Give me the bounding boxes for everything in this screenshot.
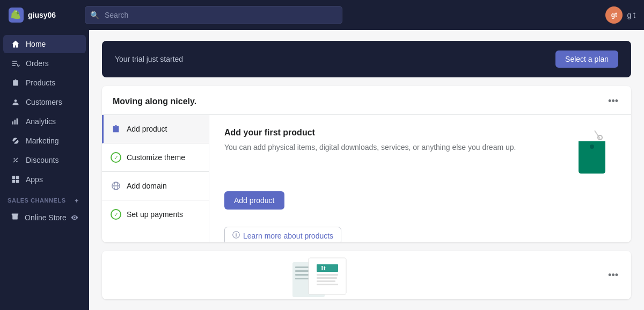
svg-rect-4: [12, 121, 13, 125]
brand[interactable]: giusy06: [9, 8, 78, 23]
svg-rect-30: [317, 274, 338, 276]
step-payments[interactable]: ✓ Set up payments: [102, 200, 209, 228]
marketing-icon: [11, 136, 20, 146]
add-domain-icon: [111, 181, 121, 191]
svg-rect-6: [17, 118, 18, 124]
product-illustration: [573, 128, 616, 176]
sidebar-item-analytics[interactable]: Analytics: [3, 112, 86, 131]
discounts-icon: [11, 155, 20, 165]
svg-rect-0: [12, 61, 18, 62]
svg-rect-32: [317, 280, 335, 282]
docs-illustration: It: [290, 257, 354, 297]
trial-text: Your trial just started: [115, 55, 183, 63]
card-body: Add product ✓ Customize theme Add domain: [102, 114, 631, 242]
topbar-username: g t: [627, 11, 635, 19]
check-icon-2: ✓: [111, 209, 121, 220]
step-add-domain[interactable]: Add domain: [102, 172, 209, 200]
svg-rect-11: [12, 180, 16, 183]
step-customize-theme[interactable]: ✓ Customize theme: [102, 143, 209, 172]
tag-svg: [573, 128, 616, 176]
sidebar-item-online-store[interactable]: Online Store: [3, 208, 86, 227]
detail-title: Add your first product: [224, 128, 573, 138]
svg-text:It: It: [321, 264, 326, 272]
detail-top-row: Add your first product You can add physi…: [224, 128, 616, 176]
search-input[interactable]: [85, 6, 342, 24]
svg-rect-10: [16, 176, 19, 179]
sidebar-item-marketing[interactable]: Marketing: [3, 132, 86, 150]
sidebar-item-apps[interactable]: Apps: [3, 170, 86, 189]
sidebar-item-home[interactable]: Home: [3, 35, 86, 53]
info-icon: [232, 231, 240, 240]
search-icon: 🔍: [90, 11, 99, 19]
home-icon: [11, 39, 20, 49]
steps-list: Add product ✓ Customize theme Add domain: [102, 115, 209, 242]
brand-name: giusy06: [28, 11, 56, 19]
orders-icon: [11, 59, 20, 68]
second-card-illustration: It: [290, 257, 354, 299]
add-product-cta-button[interactable]: Add product: [224, 191, 284, 210]
eye-icon[interactable]: [71, 214, 78, 221]
add-product-icon: [111, 124, 121, 134]
online-store-left: Online Store: [11, 212, 67, 222]
svg-point-7: [13, 158, 14, 159]
svg-point-17: [598, 135, 602, 140]
sidebar-item-customers[interactable]: Customers: [3, 93, 86, 111]
customize-theme-icon: ✓: [111, 152, 121, 163]
online-store-icon: [11, 212, 19, 222]
svg-rect-5: [14, 120, 16, 125]
second-card: ••• It: [102, 251, 631, 299]
step-add-product[interactable]: Add product: [102, 115, 209, 143]
svg-rect-2: [12, 65, 16, 66]
svg-rect-27: [309, 258, 346, 294]
second-card-more-button[interactable]: •••: [606, 269, 620, 282]
card-title: Moving along nicely.: [113, 97, 196, 106]
add-channel-button[interactable]: ＋: [72, 196, 82, 205]
layout: Home Orders Products Customers Analytics: [0, 30, 644, 310]
svg-point-8: [16, 161, 17, 162]
detail-content: Add your first product You can add physi…: [224, 128, 573, 153]
sidebar-item-products[interactable]: Products: [3, 74, 86, 92]
search-bar[interactable]: 🔍: [85, 6, 342, 24]
svg-rect-9: [12, 176, 16, 179]
svg-line-16: [595, 131, 600, 139]
svg-rect-31: [317, 277, 337, 279]
avatar[interactable]: gt: [605, 6, 623, 24]
products-icon: [11, 78, 20, 88]
main-content: Your trial just started Select a plan Mo…: [89, 30, 644, 310]
svg-point-18: [590, 145, 594, 149]
detail-desc: You can add physical items, digital down…: [224, 142, 573, 153]
apps-icon: [11, 175, 20, 184]
card-header: Moving along nicely. •••: [102, 86, 631, 114]
svg-rect-12: [16, 180, 19, 183]
check-icon: ✓: [111, 152, 121, 163]
select-plan-button[interactable]: Select a plan: [555, 51, 618, 68]
analytics-icon: [11, 117, 20, 126]
sidebar: Home Orders Products Customers Analytics: [0, 30, 89, 310]
sidebar-item-discounts[interactable]: Discounts: [3, 151, 86, 169]
trial-banner: Your trial just started Select a plan: [102, 41, 631, 77]
svg-point-3: [14, 99, 17, 102]
shopify-logo: [9, 8, 24, 23]
sidebar-item-orders[interactable]: Orders: [3, 54, 86, 73]
svg-rect-1: [12, 63, 18, 64]
payments-icon: ✓: [111, 209, 121, 220]
moving-along-card: Moving along nicely. ••• Add product ✓: [102, 86, 631, 242]
more-options-button[interactable]: •••: [606, 95, 620, 108]
topbar-right: gt g t: [605, 6, 635, 24]
svg-rect-20: [236, 234, 236, 237]
learn-more-link[interactable]: Learn more about products: [224, 227, 341, 242]
svg-rect-28: [317, 264, 338, 272]
svg-rect-33: [317, 284, 338, 285]
svg-point-21: [236, 233, 236, 234]
customers-icon: [11, 97, 20, 107]
topbar: giusy06 🔍 gt g t: [0, 0, 644, 30]
channels-section-label: SALES CHANNELS ＋: [0, 189, 89, 207]
detail-panel: Add your first product You can add physi…: [209, 115, 631, 242]
